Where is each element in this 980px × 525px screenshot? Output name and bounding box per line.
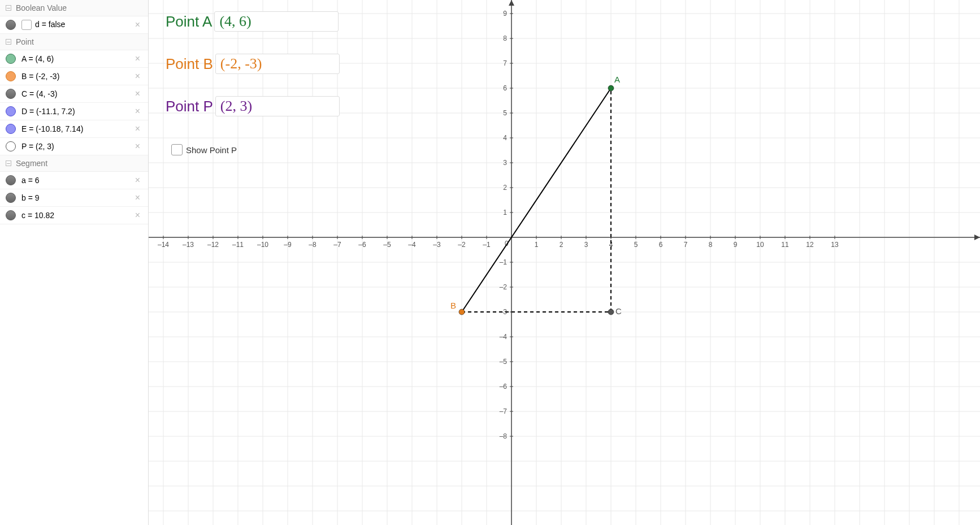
- svg-text:–3: –3: [433, 241, 441, 249]
- item-label: a = 6: [21, 176, 133, 185]
- item-E[interactable]: E = (-10.18, 7.14) ×: [0, 120, 148, 138]
- svg-text:–1: –1: [500, 258, 508, 266]
- svg-text:C: C: [615, 306, 622, 316]
- svg-text:–9: –9: [284, 241, 292, 249]
- item-label: d = false: [35, 20, 65, 29]
- section-title: Segment: [16, 159, 47, 168]
- svg-text:9: 9: [503, 10, 507, 18]
- visibility-toggle-icon[interactable]: [6, 106, 16, 116]
- svg-text:9: 9: [734, 241, 738, 249]
- svg-text:5: 5: [634, 241, 638, 249]
- item-C[interactable]: C = (4, -3) ×: [0, 85, 148, 103]
- svg-text:–1: –1: [483, 241, 491, 249]
- svg-text:7: 7: [503, 59, 507, 67]
- section-segment[interactable]: – Segment: [0, 155, 148, 172]
- item-label: A = (4, 6): [21, 54, 133, 63]
- item-P[interactable]: P = (2, 3) ×: [0, 138, 148, 155]
- svg-text:7: 7: [684, 241, 688, 249]
- visibility-toggle-icon[interactable]: [6, 141, 16, 151]
- item-b[interactable]: b = 9 ×: [0, 189, 148, 207]
- svg-text:–7: –7: [500, 407, 508, 415]
- point-P-input[interactable]: (2, 3): [215, 96, 340, 116]
- svg-text:–6: –6: [500, 383, 508, 391]
- item-label: P = (2, 3): [21, 142, 133, 151]
- item-c[interactable]: c = 10.82 ×: [0, 207, 148, 224]
- item-a[interactable]: a = 6 ×: [0, 172, 148, 189]
- svg-text:6: 6: [659, 241, 663, 249]
- svg-text:–7: –7: [333, 241, 341, 249]
- svg-text:–5: –5: [500, 358, 508, 366]
- app-root: – Boolean Value d = false × – Point A = …: [0, 0, 980, 525]
- svg-text:6: 6: [503, 84, 507, 92]
- collapse-icon[interactable]: –: [6, 5, 11, 11]
- svg-text:8: 8: [709, 241, 713, 249]
- item-A[interactable]: A = (4, 6) ×: [0, 50, 148, 68]
- item-label: C = (4, -3): [21, 89, 133, 98]
- point-A-input[interactable]: (4, 6): [214, 11, 339, 32]
- svg-text:–2: –2: [500, 283, 508, 291]
- close-icon[interactable]: ×: [133, 20, 142, 30]
- visibility-toggle-icon[interactable]: [6, 210, 16, 220]
- graph-view[interactable]: –14–13–12–11–10–9–8–7–6–5–4–3–2–10123456…: [149, 0, 980, 525]
- svg-point-150: [608, 85, 614, 91]
- svg-text:–8: –8: [309, 241, 316, 249]
- item-d[interactable]: d = false ×: [0, 16, 148, 34]
- item-label: E = (-10.18, 7.14): [21, 124, 133, 133]
- collapse-icon[interactable]: –: [6, 39, 11, 45]
- section-boolean[interactable]: – Boolean Value: [0, 0, 148, 16]
- section-title: Point: [16, 37, 34, 46]
- checkbox-icon[interactable]: [21, 20, 32, 30]
- svg-text:2: 2: [503, 184, 507, 192]
- svg-text:1: 1: [535, 241, 539, 249]
- svg-text:–8: –8: [500, 432, 508, 440]
- item-label: c = 10.82: [21, 211, 133, 220]
- visibility-toggle-icon[interactable]: [6, 20, 16, 30]
- visibility-toggle-icon[interactable]: [6, 89, 16, 99]
- point-B-input[interactable]: (-2, -3): [215, 54, 340, 74]
- close-icon[interactable]: ×: [133, 124, 142, 134]
- close-icon[interactable]: ×: [133, 193, 142, 203]
- visibility-toggle-icon[interactable]: [6, 71, 16, 81]
- svg-point-152: [459, 309, 465, 315]
- point-A-display: Point A (4, 6): [166, 11, 339, 32]
- svg-text:B: B: [450, 301, 456, 310]
- section-point[interactable]: – Point: [0, 34, 148, 50]
- close-icon[interactable]: ×: [133, 106, 142, 116]
- item-D[interactable]: D = (-11.1, 7.2) ×: [0, 103, 148, 120]
- svg-text:11: 11: [781, 241, 789, 249]
- svg-text:3: 3: [503, 159, 507, 167]
- visibility-toggle-icon[interactable]: [6, 54, 16, 64]
- visibility-toggle-icon[interactable]: [6, 124, 16, 134]
- svg-text:–13: –13: [183, 241, 194, 249]
- svg-text:12: 12: [806, 241, 814, 249]
- close-icon[interactable]: ×: [133, 89, 142, 99]
- svg-marker-56: [974, 235, 980, 240]
- svg-marker-57: [509, 0, 514, 6]
- point-label: Point P: [166, 98, 213, 115]
- svg-point-154: [608, 309, 614, 315]
- collapse-icon[interactable]: –: [6, 160, 11, 166]
- item-B[interactable]: B = (-2, -3) ×: [0, 68, 148, 85]
- point-P-display: Point P (2, 3): [166, 96, 340, 116]
- svg-text:5: 5: [503, 109, 507, 117]
- item-label: b = 9: [21, 193, 133, 202]
- checkbox-icon[interactable]: [171, 144, 183, 155]
- close-icon[interactable]: ×: [133, 54, 142, 64]
- close-icon[interactable]: ×: [133, 175, 142, 185]
- close-icon[interactable]: ×: [133, 141, 142, 151]
- close-icon[interactable]: ×: [133, 71, 142, 81]
- svg-text:1: 1: [503, 209, 507, 216]
- point-label: Point A: [166, 13, 212, 31]
- svg-text:–11: –11: [232, 241, 244, 249]
- show-point-p-control[interactable]: Show Point P: [171, 144, 237, 155]
- svg-text:–12: –12: [207, 241, 219, 249]
- visibility-toggle-icon[interactable]: [6, 193, 16, 203]
- item-label: B = (-2, -3): [21, 72, 133, 81]
- visibility-toggle-icon[interactable]: [6, 175, 16, 185]
- svg-text:–2: –2: [458, 241, 466, 249]
- svg-text:13: 13: [831, 241, 839, 249]
- coordinate-plane[interactable]: –14–13–12–11–10–9–8–7–6–5–4–3–2–10123456…: [149, 0, 980, 525]
- close-icon[interactable]: ×: [133, 210, 142, 220]
- svg-text:–4: –4: [500, 333, 508, 341]
- svg-text:–5: –5: [383, 241, 391, 249]
